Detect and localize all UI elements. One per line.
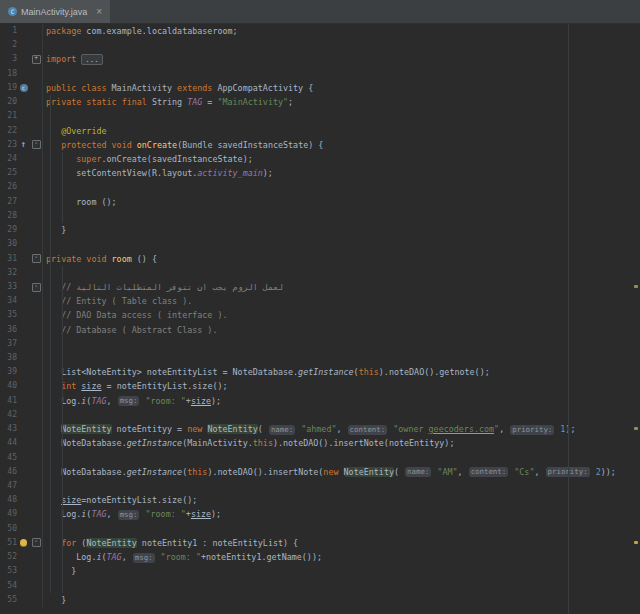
class-icon[interactable]: c [20, 84, 28, 92]
line-number[interactable]: 52 [0, 550, 17, 564]
gutter[interactable]: 49 [0, 507, 43, 521]
line-number[interactable]: 27 [0, 195, 17, 209]
code-line[interactable]: 31-private void room () { [0, 252, 640, 266]
code-line[interactable]: 22 @Override [0, 124, 640, 138]
code-line[interactable]: 28 [0, 209, 640, 223]
code-line[interactable]: 21 [0, 109, 640, 123]
line-number[interactable]: 42 [0, 408, 17, 422]
code-line[interactable]: 29 } [0, 223, 640, 237]
code-line[interactable]: 49 Log.i(TAG, msg: "room: "+size); [0, 507, 640, 521]
code-line[interactable]: 25 setContentView(R.layout.activity_main… [0, 166, 640, 180]
line-number[interactable]: 53 [0, 564, 17, 578]
line-number[interactable]: 26 [0, 180, 17, 194]
code-line[interactable]: 26 [0, 180, 640, 194]
gutter[interactable]: 54 [0, 579, 43, 593]
line-number[interactable]: 30 [0, 237, 17, 251]
intention-bulb-icon[interactable] [20, 539, 27, 546]
line-number[interactable]: 1 [0, 24, 17, 38]
close-icon[interactable]: × [96, 7, 102, 17]
line-number[interactable]: 47 [0, 479, 17, 493]
code-line[interactable]: 23↑- protected void onCreate(Bundle save… [0, 138, 640, 152]
line-number[interactable]: 34 [0, 294, 17, 308]
gutter[interactable]: 48 [0, 493, 43, 507]
code-line[interactable]: 37 [0, 337, 640, 351]
line-number[interactable]: 29 [0, 223, 17, 237]
line-number[interactable]: 24 [0, 152, 17, 166]
code-line[interactable]: 55 } [0, 593, 640, 607]
line-number[interactable]: 55 [0, 593, 17, 607]
code-line[interactable]: 42 [0, 408, 640, 422]
line-number[interactable]: 31 [0, 252, 17, 266]
gutter[interactable]: 47 [0, 479, 43, 493]
code-line[interactable]: 33- // لعمل الروم يجب ان تتوفر المتطلبات… [0, 280, 640, 294]
code-line[interactable]: 35 // DAO Data access ( interface ). [0, 308, 640, 322]
line-number[interactable]: 32 [0, 266, 17, 280]
gutter[interactable]: 40 [0, 379, 43, 393]
gutter[interactable]: 26 [0, 180, 43, 194]
code-line[interactable]: 46 NoteDatabase.getInstance(this).noteDA… [0, 465, 640, 479]
code-line[interactable]: 38 [0, 351, 640, 365]
gutter[interactable]: 24 [0, 152, 43, 166]
gutter[interactable]: 3+ [0, 52, 43, 66]
code-line[interactable]: 36 // Database ( Abstract Class ). [0, 323, 640, 337]
error-stripe-mark[interactable] [634, 541, 638, 544]
line-number[interactable]: 20 [0, 95, 17, 109]
code-line[interactable]: 20private static final String TAG = "Mai… [0, 95, 640, 109]
line-number[interactable]: 21 [0, 109, 17, 123]
code-line[interactable]: 34 // Entity ( Table class ). [0, 294, 640, 308]
gutter[interactable]: 39 [0, 365, 43, 379]
gutter[interactable]: 21 [0, 109, 43, 123]
gutter[interactable]: 43 [0, 422, 43, 436]
line-number[interactable]: 49 [0, 507, 17, 521]
code-line[interactable]: 50 [0, 522, 640, 536]
fold-marker[interactable]: + [32, 55, 41, 64]
code-line[interactable]: 41 Log.i(TAG, msg: "room: "+size); [0, 394, 640, 408]
code-line[interactable]: 27 room (); [0, 195, 640, 209]
error-stripe-mark[interactable] [634, 427, 638, 430]
line-number[interactable]: 23 [0, 138, 17, 152]
line-number[interactable]: 41 [0, 394, 17, 408]
gutter[interactable]: 34 [0, 294, 43, 308]
code-line[interactable]: 19cpublic class MainActivity extends App… [0, 81, 640, 95]
line-number[interactable]: 19 [0, 81, 17, 95]
line-number[interactable]: 46 [0, 465, 17, 479]
code-line[interactable]: 24 super.onCreate(savedInstanceState); [0, 152, 640, 166]
code-line[interactable]: 45 [0, 451, 640, 465]
gutter[interactable]: 29 [0, 223, 43, 237]
gutter[interactable]: 38 [0, 351, 43, 365]
line-number[interactable]: 45 [0, 451, 17, 465]
line-number[interactable]: 51 [0, 536, 17, 550]
code-line[interactable]: 39 List<NoteEntity> noteEntityList = Not… [0, 365, 640, 379]
gutter[interactable]: 55 [0, 593, 43, 607]
code-line[interactable]: 30 [0, 237, 640, 251]
gutter[interactable]: 2 [0, 38, 43, 52]
line-number[interactable]: 33 [0, 280, 17, 294]
fold-marker[interactable]: - [32, 283, 41, 292]
gutter[interactable]: 28 [0, 209, 43, 223]
line-number[interactable]: 18 [0, 67, 17, 81]
gutter[interactable]: 41 [0, 394, 43, 408]
fold-marker[interactable]: - [32, 140, 41, 149]
line-number[interactable]: 40 [0, 379, 17, 393]
line-number[interactable]: 54 [0, 579, 17, 593]
gutter[interactable]: 33- [0, 280, 43, 294]
gutter[interactable]: 45 [0, 451, 43, 465]
tab-mainactivity-java[interactable]: C MainActivity.java × [0, 0, 110, 23]
gutter[interactable]: 1 [0, 24, 43, 38]
gutter[interactable]: 35 [0, 308, 43, 322]
code-line[interactable]: 54 [0, 579, 640, 593]
code-line[interactable]: 1package com.example.localdatabaseroom; [0, 24, 640, 38]
line-number[interactable]: 50 [0, 522, 17, 536]
gutter[interactable]: 18 [0, 67, 43, 81]
override-method-icon[interactable]: ↑ [21, 140, 26, 149]
line-number[interactable]: 48 [0, 493, 17, 507]
gutter[interactable]: 20 [0, 95, 43, 109]
line-number[interactable]: 3 [0, 52, 17, 66]
gutter[interactable]: 30 [0, 237, 43, 251]
gutter[interactable]: 32 [0, 266, 43, 280]
code-line[interactable]: 44 NoteDatabase.getInstance(MainActivity… [0, 436, 640, 450]
code-line[interactable]: 53 } [0, 564, 640, 578]
gutter[interactable]: 50 [0, 522, 43, 536]
gutter[interactable]: 27 [0, 195, 43, 209]
line-number[interactable]: 44 [0, 436, 17, 450]
